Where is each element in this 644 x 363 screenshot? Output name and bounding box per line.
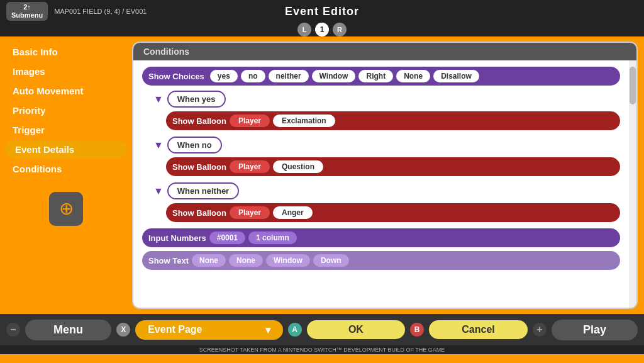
choice-right[interactable]: Right (358, 70, 393, 82)
add-event-button[interactable]: ⊕ (49, 192, 83, 226)
show-balloon-label-yes: Show Balloon (172, 116, 226, 126)
ok-button[interactable]: OK (307, 320, 406, 339)
when-yes-label: When yes (167, 91, 226, 108)
show-balloon-label-no: Show Balloon (172, 162, 226, 172)
when-neither-label: When neither (167, 182, 239, 199)
show-choices-label: Show Choices (148, 72, 204, 81)
submenu-label: Submenu (11, 11, 43, 20)
show-balloon-exclamation-row[interactable]: Show Balloon Player Exclamation (166, 111, 620, 130)
cancel-button[interactable]: Cancel (429, 320, 528, 339)
b-button[interactable]: B (410, 323, 424, 337)
page-number: 1 (315, 23, 329, 36)
choice-disallow[interactable]: Disallow (433, 70, 479, 82)
sidebar-item-event-details[interactable]: Event Details (5, 140, 127, 159)
input-numbers-num[interactable]: #0001 (209, 232, 245, 244)
show-balloon-anger-row[interactable]: Show Balloon Player Anger (166, 203, 620, 222)
choice-window[interactable]: Window (312, 70, 356, 82)
sidebar: Basic Info Images Auto Movement Priority… (0, 36, 132, 314)
breadcrumb: MAP001 FIELD (9, 4) / EV001 (54, 8, 147, 15)
a-button[interactable]: A (288, 323, 302, 337)
sidebar-item-trigger[interactable]: Trigger (0, 121, 132, 139)
balloon-exclamation[interactable]: Exclamation (273, 114, 335, 127)
show-balloon-question-row[interactable]: Show Balloon Player Question (166, 157, 620, 176)
show-choices-block[interactable]: Show Choices yes no neither Window Right… (142, 67, 620, 86)
balloon-player-no[interactable]: Player (230, 160, 270, 173)
show-text-pill-2[interactable]: Window (266, 254, 310, 267)
event-editor-panel: Conditions Show Choices yes no neither W… (132, 42, 638, 309)
scrollbar-track[interactable] (629, 60, 636, 308)
show-text-label: Show Text (148, 256, 189, 265)
input-numbers-label: Input Numbers (148, 233, 206, 243)
when-neither-block: ▼ When neither Show Balloon Player Anger (153, 182, 620, 222)
balloon-anger[interactable]: Anger (273, 206, 313, 219)
plus-button[interactable]: + (533, 323, 547, 337)
page-title: Event Editor (285, 5, 359, 18)
dropdown-icon: ▾ (265, 324, 270, 336)
conditions-label: Conditions (143, 47, 189, 57)
choice-no[interactable]: no (241, 70, 265, 82)
when-yes-block: ▼ When yes Show Balloon Player Exclamati… (153, 91, 620, 130)
submenu-button[interactable]: 2↑ Submenu (6, 2, 48, 21)
main-layout: Basic Info Images Auto Movement Priority… (0, 36, 644, 314)
plus-icon: ⊕ (59, 200, 74, 218)
event-page-dropdown[interactable]: Event Page ▾ (135, 320, 282, 340)
minus-button[interactable]: − (6, 323, 20, 337)
input-numbers-block[interactable]: Input Numbers #0001 1 column (142, 228, 620, 247)
show-text-pill-1[interactable]: None (229, 254, 263, 267)
balloon-question[interactable]: Question (273, 160, 323, 173)
copyright-notice: SCREENSHOT TAKEN FROM A NINTENDO SWITCH™… (0, 345, 644, 354)
choice-yes[interactable]: yes (210, 70, 238, 82)
collapse-triangle-yes[interactable]: ▼ (153, 94, 164, 105)
sidebar-item-basic-info[interactable]: Basic Info (0, 43, 132, 61)
collapse-triangle-no[interactable]: ▼ (153, 140, 164, 151)
conditions-header: Conditions (133, 43, 636, 60)
submenu-icon: 2↑ (23, 3, 31, 11)
sidebar-item-images[interactable]: Images (0, 62, 132, 81)
collapse-triangle-neither[interactable]: ▼ (153, 186, 164, 197)
play-button[interactable]: Play (552, 320, 638, 340)
show-text-pill-3[interactable]: Down (313, 254, 349, 267)
sidebar-item-conditions[interactable]: Conditions (0, 160, 132, 178)
scrollbar-thumb[interactable] (630, 67, 636, 104)
when-yes-row: ▼ When yes (153, 91, 620, 108)
event-page-label: Event Page (148, 324, 202, 335)
show-text-block[interactable]: Show Text None None Window Down (142, 251, 620, 270)
balloon-player-neither[interactable]: Player (230, 206, 270, 219)
balloon-player-yes[interactable]: Player (230, 114, 270, 127)
input-numbers-columns[interactable]: 1 column (248, 232, 297, 244)
choice-none[interactable]: None (396, 70, 430, 82)
content-inner: Show Choices yes no neither Window Right… (133, 60, 636, 308)
x-button[interactable]: X (116, 323, 130, 337)
when-no-label: When no (167, 137, 222, 154)
show-text-pill-0[interactable]: None (192, 254, 226, 267)
bottom-bar: − Menu X Event Page ▾ A OK B Cancel + Pl… (0, 314, 644, 345)
when-no-row: ▼ When no (153, 137, 620, 154)
l-button[interactable]: L (297, 23, 311, 36)
r-button[interactable]: R (333, 23, 347, 36)
sidebar-item-auto-movement[interactable]: Auto Movement (0, 82, 132, 100)
when-neither-row: ▼ When neither (153, 182, 620, 199)
menu-button[interactable]: Menu (25, 320, 111, 340)
event-body[interactable]: Show Choices yes no neither Window Right… (133, 60, 629, 308)
choice-neither[interactable]: neither (269, 70, 309, 82)
sidebar-item-priority[interactable]: Priority (0, 101, 132, 120)
when-no-block: ▼ When no Show Balloon Player Question (153, 137, 620, 176)
top-bar: 2↑ Submenu MAP001 FIELD (9, 4) / EV001 E… (0, 0, 644, 23)
show-balloon-label-neither: Show Balloon (172, 208, 226, 218)
